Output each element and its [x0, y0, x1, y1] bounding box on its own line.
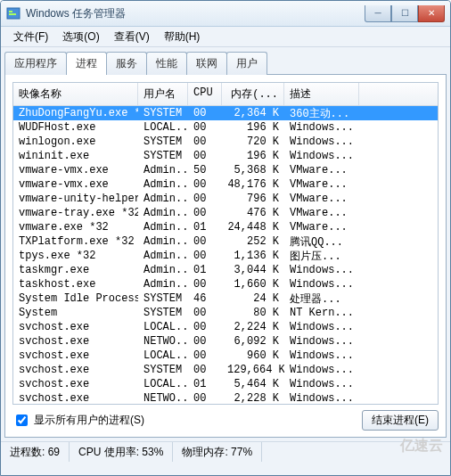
col-memory[interactable]: 内存(...: [222, 83, 284, 105]
cell: SYSTEM: [138, 135, 188, 149]
table-row[interactable]: vmware-vmx.exeAdmin..505,368 KVMware...: [13, 163, 438, 177]
table-row[interactable]: svchost.exeNETWO..002,228 KWindows...: [13, 391, 438, 405]
cell: NETWO..: [138, 391, 188, 405]
cell: SYSTEM: [138, 149, 188, 163]
cell: 720 K: [222, 135, 284, 149]
cell: winlogon.exe: [13, 135, 138, 149]
table-row[interactable]: ZhuDongFangYu.exe *32SYSTEM002,364 K360主…: [13, 106, 438, 120]
cell: svchost.exe: [13, 349, 138, 363]
cell: System Idle Process: [13, 291, 138, 306]
cell: VMware...: [284, 206, 359, 220]
table-row[interactable]: svchost.exeLOCAL..002,224 KWindows...: [13, 320, 438, 334]
table-row[interactable]: wininit.exeSYSTEM00196 KWindows...: [13, 149, 438, 163]
tab-performance[interactable]: 性能: [146, 52, 187, 75]
cell: 00: [188, 363, 222, 377]
menu-options[interactable]: 选项(O): [55, 28, 106, 46]
cell: Admin..: [138, 220, 188, 234]
cell: 01: [188, 377, 222, 391]
col-user[interactable]: 用户名: [138, 83, 188, 105]
table-row[interactable]: System Idle ProcessSYSTEM4624 K处理器...: [13, 291, 438, 306]
titlebar[interactable]: Windows 任务管理器 ─ ☐ ✕: [1, 1, 450, 27]
col-description[interactable]: 描述: [284, 83, 359, 105]
cell: Admin..: [138, 277, 188, 291]
table-row[interactable]: winlogon.exeSYSTEM00720 KWindows...: [13, 135, 438, 149]
cell: ZhuDongFangYu.exe *32: [13, 106, 138, 120]
show-all-users-label: 显示所有用户的进程(S): [34, 413, 144, 428]
cell: Windows...: [284, 391, 359, 405]
cell: 360主动...: [284, 106, 359, 122]
cell: VMware...: [284, 192, 359, 206]
cell: svchost.exe: [13, 334, 138, 349]
cell: Admin..: [138, 163, 188, 177]
table-row[interactable]: vmware.exe *32Admin..0124,448 KVMware...: [13, 220, 438, 234]
cell: vmware-unity-helper...: [13, 192, 138, 206]
status-memory: 物理内存: 77%: [173, 442, 262, 462]
table-row[interactable]: TXPlatform.exe *32Admin..00252 K腾讯QQ...: [13, 234, 438, 249]
cell: 80 K: [222, 306, 284, 320]
cell: 1,136 K: [222, 249, 284, 263]
table-row[interactable]: taskmgr.exeAdmin..013,044 KWindows...: [13, 263, 438, 277]
cell: LOCAL..: [138, 377, 188, 391]
menu-view[interactable]: 查看(V): [107, 28, 157, 46]
cell: 196 K: [222, 120, 284, 135]
cell: System: [13, 306, 138, 320]
close-button[interactable]: ✕: [418, 5, 445, 22]
tab-networking[interactable]: 联网: [186, 52, 227, 75]
statusbar: 进程数: 69 CPU 使用率: 53% 物理内存: 77%: [1, 441, 450, 462]
cell: Windows...: [284, 135, 359, 149]
col-cpu[interactable]: CPU: [188, 83, 222, 105]
cell: vmware-vmx.exe: [13, 177, 138, 192]
minimize-button[interactable]: ─: [365, 5, 391, 22]
table-row[interactable]: SystemSYSTEM0080 KNT Kern...: [13, 306, 438, 320]
cell: SYSTEM: [138, 106, 188, 120]
cell: taskmgr.exe: [13, 263, 138, 277]
tab-content: 映像名称 用户名 CPU 内存(... 描述 ZhuDongFangYu.exe…: [4, 74, 447, 438]
cell: 00: [188, 306, 222, 320]
table-row[interactable]: vmware-vmx.exeAdmin..0048,176 KVMware...: [13, 177, 438, 192]
cell: 00: [188, 149, 222, 163]
table-row[interactable]: taskhost.exeAdmin..001,660 KWindows...: [13, 277, 438, 291]
cell: 图片压...: [284, 248, 359, 265]
end-process-button[interactable]: 结束进程(E): [362, 410, 439, 431]
cell: 960 K: [222, 349, 284, 363]
table-row[interactable]: vmware-unity-helper...Admin..00796 KVMwa…: [13, 192, 438, 206]
col-image-name[interactable]: 映像名称: [13, 83, 138, 105]
table-row[interactable]: vmware-tray.exe *32Admin..00476 KVMware.…: [13, 206, 438, 220]
cell: Windows...: [284, 149, 359, 163]
menu-file[interactable]: 文件(F): [6, 28, 55, 46]
table-row[interactable]: svchost.exeNETWO..006,092 KWindows...: [13, 334, 438, 349]
cell: 476 K: [222, 206, 284, 220]
cell: 6,092 K: [222, 334, 284, 349]
table-row[interactable]: svchost.exeLOCAL..00960 KWindows...: [13, 349, 438, 363]
table-row[interactable]: svchost.exeLOCAL..015,464 KWindows...: [13, 377, 438, 391]
process-list: 映像名称 用户名 CPU 内存(... 描述 ZhuDongFangYu.exe…: [12, 82, 439, 405]
tab-services[interactable]: 服务: [106, 52, 147, 75]
cell: 00: [188, 349, 222, 363]
show-all-users-checkbox[interactable]: 显示所有用户的进程(S): [12, 412, 144, 429]
cell: Admin..: [138, 263, 188, 277]
task-manager-window: Windows 任务管理器 ─ ☐ ✕ 文件(F) 选项(O) 查看(V) 帮助…: [0, 0, 451, 476]
cell: 129,664 K: [222, 363, 284, 377]
tab-users[interactable]: 用户: [226, 52, 267, 75]
list-body[interactable]: ZhuDongFangYu.exe *32SYSTEM002,364 K360主…: [13, 106, 438, 405]
cell: svchost.exe: [13, 363, 138, 377]
cell: 00: [188, 234, 222, 249]
menu-help[interactable]: 帮助(H): [157, 28, 208, 46]
tab-applications[interactable]: 应用程序: [4, 52, 67, 75]
table-row[interactable]: tpys.exe *32Admin..001,136 K图片压...: [13, 249, 438, 263]
cell: 50: [188, 163, 222, 177]
table-row[interactable]: WUDFHost.exeLOCAL..00196 KWindows...: [13, 120, 438, 135]
cell: 3,044 K: [222, 263, 284, 277]
cell: SYSTEM: [138, 363, 188, 377]
tab-processes[interactable]: 进程: [66, 52, 107, 75]
table-row[interactable]: svchost.exeSYSTEM00129,664 KWindows...: [13, 363, 438, 377]
cell: 2,224 K: [222, 320, 284, 334]
cell: TXPlatform.exe *32: [13, 234, 138, 249]
cell: Windows...: [284, 349, 359, 363]
maximize-button[interactable]: ☐: [391, 5, 418, 22]
show-all-users-input[interactable]: [16, 414, 28, 426]
cell: 48,176 K: [222, 177, 284, 192]
svg-rect-2: [9, 13, 16, 15]
cell: wininit.exe: [13, 149, 138, 163]
cell: 5,464 K: [222, 377, 284, 391]
